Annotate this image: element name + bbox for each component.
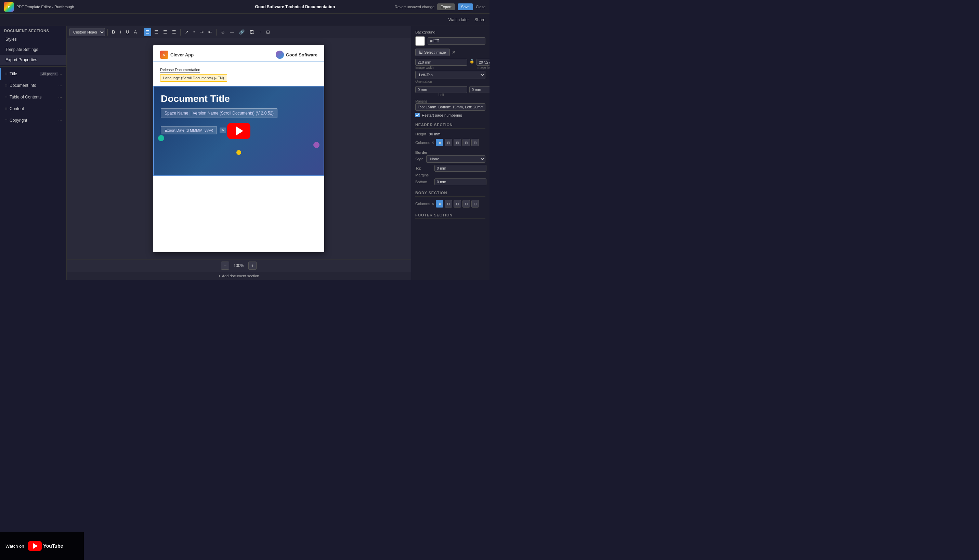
body-section-title: BODY SECTION: [415, 191, 485, 197]
image-width-input[interactable]: [415, 59, 467, 66]
youtube-play-button[interactable]: [227, 123, 251, 139]
body-col-1-button[interactable]: ■: [436, 200, 443, 208]
header-section-title: HEADER SECTION: [415, 123, 485, 128]
language-field[interactable]: Language (Scroll Documents) (- EN): [160, 74, 227, 82]
doc-subtitle-field[interactable]: Space Name || Version Name (Scroll Docum…: [161, 108, 277, 118]
page-header: C Clever App Good Software: [153, 45, 324, 62]
close-button[interactable]: Close: [476, 5, 485, 9]
sidebar-section-title[interactable]: ⠿ Title All pages ···: [0, 68, 66, 80]
margins-input[interactable]: [415, 103, 485, 111]
zoom-out-button[interactable]: −: [221, 262, 229, 270]
doc-with-video: Document Title Space Name || Version Nam…: [153, 86, 324, 176]
sidebar-nav-label-template: Template Settings: [5, 47, 38, 52]
background-color-row: #ffffff: [415, 36, 485, 46]
zoom-value: 100%: [232, 263, 246, 268]
restart-numbering-checkbox[interactable]: [415, 113, 420, 117]
sidebar-item-styles[interactable]: Styles: [0, 34, 66, 45]
justify-button[interactable]: ☰: [170, 28, 178, 36]
orientation-select[interactable]: Left-Top Center Right-Bottom: [415, 71, 485, 79]
col-3-button[interactable]: ⊟: [454, 139, 461, 146]
col-1-button[interactable]: ■: [436, 139, 443, 146]
background-section: Background #ffffff 🖼 Select image ✕ Imag…: [415, 30, 485, 117]
canvas-bottom-bar: − 100% +: [67, 259, 411, 272]
border-margins-label: Margins: [415, 173, 433, 177]
align-center-button[interactable]: ☰: [152, 28, 160, 36]
export-button[interactable]: Export: [437, 3, 455, 10]
border-style-row: Style None Solid Dashed: [415, 155, 485, 163]
sidebar-section-content[interactable]: ⠿ Content ···: [0, 103, 66, 115]
section-more-content[interactable]: ···: [58, 106, 62, 112]
top-input[interactable]: [469, 86, 490, 93]
border-bottom-input[interactable]: [434, 178, 486, 185]
add-section-bar[interactable]: + Add document section: [67, 272, 411, 280]
margins-section: Margins: [415, 100, 485, 111]
sidebar-item-export-properties[interactable]: Export Properties: [0, 55, 66, 65]
section-more-copyright[interactable]: ···: [58, 118, 62, 123]
lock-icon[interactable]: 🔒: [469, 59, 474, 69]
col-5-button[interactable]: ⊟: [471, 139, 479, 146]
align-right-button[interactable]: ☰: [162, 28, 169, 36]
sidebar-item-template-settings[interactable]: Template Settings: [0, 45, 66, 55]
body-section-panel: BODY SECTION Columns ✕ ■ ⊟ ⊟ ⊟ ⊟: [415, 191, 485, 208]
footer-section-panel: FOOTER SECTION: [415, 213, 485, 219]
image-height-input[interactable]: [476, 59, 490, 66]
header-height-row: Height 90 mm: [415, 132, 485, 136]
logo-right: Good Software: [276, 51, 317, 59]
watch-later-button[interactable]: Watch later: [448, 17, 469, 22]
body-col-3-button[interactable]: ⊟: [454, 200, 461, 208]
logo-right-text: Good Software: [286, 52, 317, 57]
dash-button[interactable]: —: [228, 28, 236, 36]
select-image-button[interactable]: 🖼 Select image: [415, 48, 450, 56]
section-label-docinfo: Document Info: [10, 83, 58, 88]
body-col-4-button[interactable]: ⊟: [463, 200, 470, 208]
underline-button[interactable]: U: [124, 28, 131, 36]
save-button[interactable]: Save: [458, 3, 473, 10]
section-more-toc[interactable]: ···: [58, 94, 62, 100]
color-value[interactable]: #ffffff: [428, 37, 485, 45]
edit-date-button[interactable]: ✎: [220, 128, 226, 133]
left-input[interactable]: [415, 86, 467, 93]
indent-button[interactable]: ⇥: [198, 28, 205, 36]
select-image-row: 🖼 Select image ✕: [415, 48, 485, 56]
footer-section-title: FOOTER SECTION: [415, 213, 485, 219]
border-style-label: Style: [415, 157, 423, 161]
color-button[interactable]: A: [132, 28, 139, 36]
color-swatch[interactable]: [415, 36, 425, 46]
add-button[interactable]: +: [257, 28, 263, 36]
font-style-select[interactable]: Custom Headi: [69, 28, 105, 36]
emoji-button[interactable]: ☺: [219, 28, 227, 36]
sidebar-section-document-info[interactable]: ⠿ Document Info ···: [0, 80, 66, 91]
image-button[interactable]: 🖼: [248, 28, 256, 36]
ordered-list-button[interactable]: ↗: [183, 28, 190, 36]
italic-button[interactable]: I: [118, 28, 123, 36]
col-4-button[interactable]: ⊟: [463, 139, 470, 146]
border-top-label: Top: [415, 166, 433, 170]
export-date-field[interactable]: Export Date (d MMMM, yyyy): [161, 126, 217, 134]
link-button[interactable]: 🔗: [237, 28, 246, 36]
unordered-list-button[interactable]: •: [192, 28, 197, 36]
body-col-5-button[interactable]: ⊟: [471, 200, 479, 208]
bold-button[interactable]: B: [110, 28, 117, 36]
document-title[interactable]: Document Title: [161, 93, 317, 104]
share-button[interactable]: Share: [474, 17, 485, 22]
sidebar-section-copyright[interactable]: ⠿ Copyright ···: [0, 115, 66, 126]
revert-button[interactable]: Revert unsaved change: [395, 5, 434, 9]
canvas-scroll[interactable]: C Clever App Good Software Release Docum…: [67, 38, 411, 259]
border-style-select[interactable]: None Solid Dashed: [426, 155, 485, 163]
drag-handle-icon: ⠿: [5, 95, 8, 99]
zoom-in-button[interactable]: +: [248, 262, 257, 270]
section-more-title[interactable]: ···: [58, 71, 62, 77]
body-col-2-button[interactable]: ⊟: [445, 200, 452, 208]
col-2-button[interactable]: ⊟: [445, 139, 452, 146]
sidebar-section-header: Document Sections: [0, 26, 66, 34]
align-left-button[interactable]: ☰: [144, 28, 151, 36]
outdent-button[interactable]: ⇤: [207, 28, 214, 36]
youtube-overlay[interactable]: [227, 123, 251, 139]
clear-image-button[interactable]: ✕: [452, 50, 456, 55]
table-button[interactable]: ⊞: [264, 28, 272, 36]
section-more-docinfo[interactable]: ···: [58, 83, 62, 88]
sidebar-section-toc[interactable]: ⠿ Table of Contents ···: [0, 91, 66, 103]
main-layout: Document Sections Styles Template Settin…: [0, 26, 490, 280]
border-top-input[interactable]: [434, 165, 486, 172]
border-section: Border Style None Solid Dashed Top Margi…: [415, 149, 485, 185]
